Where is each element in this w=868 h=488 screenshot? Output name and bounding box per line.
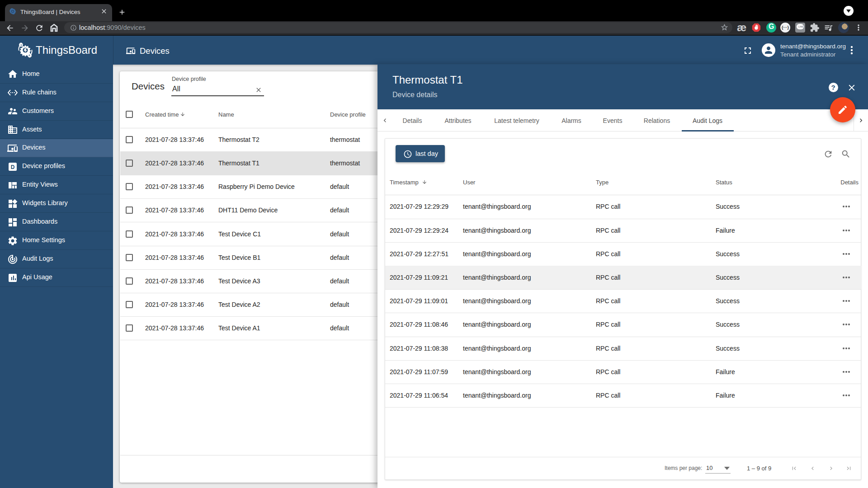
svg-text:D: D — [11, 164, 15, 170]
